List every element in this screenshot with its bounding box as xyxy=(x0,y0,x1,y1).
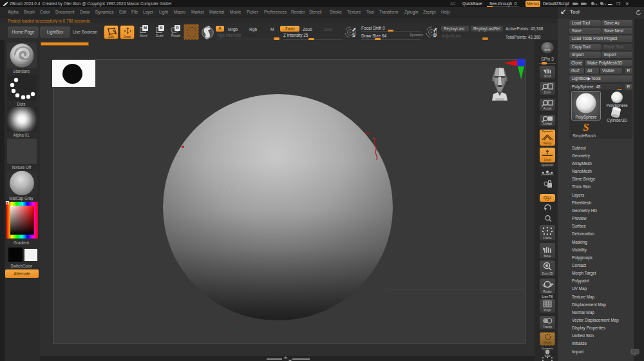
svg-text:D: D xyxy=(433,33,437,37)
svg-text:S: S xyxy=(352,33,355,37)
